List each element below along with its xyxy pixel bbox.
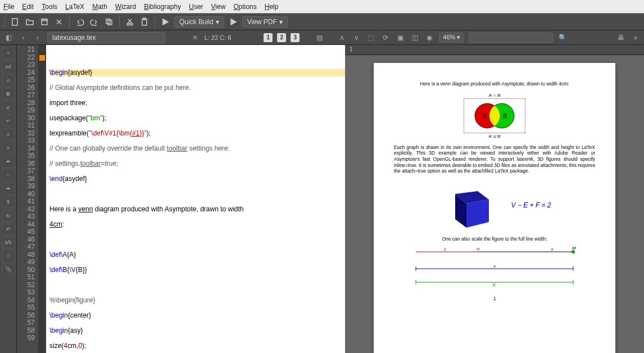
svg-text:x: x (493, 264, 496, 269)
save-icon[interactable] (39, 16, 50, 28)
fold-marker[interactable] (39, 55, 45, 61)
left-tool-panel: + ref A B e ↵ ≡ ≡ ⬅ ↔ ➡ $ x₂ x² a/b √ 📎 (0, 45, 17, 353)
open-file-icon[interactable] (24, 16, 35, 28)
svg-rect-2 (43, 19, 46, 21)
label-button[interactable]: A (2, 74, 15, 87)
svg-text:A: A (482, 113, 487, 119)
pdf-canvas[interactable]: Here is a venn diagram produced with Asy… (345, 55, 644, 353)
menu-latex[interactable]: LaTeX (65, 3, 84, 11)
svg-text:B: B (503, 113, 507, 119)
menu-bibliography[interactable]: Bibliography (144, 3, 181, 11)
nav-back-icon[interactable]: ‹ (18, 33, 28, 43)
clip-button[interactable]: 📎 (2, 263, 15, 275)
menu-tools[interactable]: Tools (42, 3, 57, 11)
file-dropdown[interactable]: latexusage.tex (47, 32, 165, 43)
nav-down-icon[interactable]: ∨ (351, 33, 361, 43)
fit-icon[interactable]: ⬚ (366, 33, 376, 43)
search-input[interactable] (469, 33, 553, 43)
bookmark-list-icon[interactable]: ▤ (314, 33, 324, 43)
info-bar: ◧ ‹ › latexusage.tex ✕ L: 22 C: 6 1 2 3 … (0, 30, 644, 45)
pdf-para-3: One can also scale the figure to the ful… (394, 236, 595, 242)
cube-figure: V − E + F = 2 (394, 180, 595, 230)
svg-point-6 (130, 23, 133, 25)
newline-button[interactable]: ↵ (2, 115, 15, 127)
view-mode-2[interactable]: 2 (277, 33, 286, 42)
part-button[interactable]: + (2, 47, 15, 60)
emph-button[interactable]: e (2, 101, 15, 114)
left-button[interactable]: ⬅ (2, 155, 15, 168)
redo-icon[interactable] (89, 16, 100, 28)
crop-icon[interactable]: ▣ (395, 33, 405, 43)
pdf-page: Here is a venn diagram produced with Asy… (374, 63, 615, 353)
select-icon[interactable]: ◫ (410, 33, 420, 43)
enum-button[interactable]: ≡ (2, 142, 15, 154)
pdf-venn-caption: Here is a venn diagram produced with Asy… (394, 81, 595, 87)
play2-icon[interactable] (228, 16, 239, 28)
quick-build-label: Quick Build (179, 18, 214, 26)
center-button[interactable]: ↔ (2, 169, 15, 181)
collapse-icon[interactable]: » (631, 33, 641, 43)
main-toolbar: Quick Build ▾ View PDF ▾ (0, 13, 644, 30)
svg-text:∧: ∧ (551, 247, 554, 251)
menu-edit[interactable]: Edit (22, 3, 34, 11)
sub-button[interactable]: x₂ (2, 209, 15, 221)
venn-diagram: A ∩ B A B A ∪ B (458, 93, 531, 139)
svg-marker-16 (466, 200, 489, 228)
nav-up-icon[interactable]: ∧ (337, 33, 347, 43)
menu-wizard[interactable]: Wizard (115, 3, 136, 11)
play-icon[interactable] (160, 16, 171, 28)
line-number-gutter: 2122232425262728293031323334353637383940… (17, 45, 38, 353)
menu-help[interactable]: Help (265, 3, 279, 11)
search-icon[interactable]: 🔍 (557, 33, 568, 43)
eye-icon[interactable]: ◉ (424, 33, 434, 43)
cut-icon[interactable] (124, 16, 135, 28)
sup-button[interactable]: x² (2, 223, 15, 235)
view-mode-3[interactable]: 3 (291, 33, 300, 42)
sqrt-button[interactable]: √ (2, 250, 15, 262)
bold-button[interactable]: B (2, 88, 15, 100)
right-button[interactable]: ➡ (2, 182, 15, 194)
view-pdf-label: View PDF (247, 18, 277, 26)
structure-icon[interactable]: ◧ (3, 33, 13, 43)
menu-file[interactable]: File (3, 3, 14, 11)
scale-figure-1: x m M ∧ (410, 246, 579, 259)
menu-math[interactable]: Math (92, 3, 107, 11)
undo-icon[interactable] (74, 16, 85, 28)
paste-icon[interactable] (139, 16, 150, 28)
close-x-icon[interactable]: ✕ (190, 33, 200, 43)
svg-text:X: X (492, 282, 496, 287)
pdf-preview-area: 1 Here is a venn diagram produced with A… (345, 45, 644, 353)
menu-bar: File Edit Tools LaTeX Math Wizard Biblio… (0, 0, 644, 13)
view-pdf-button[interactable]: View PDF ▾ (242, 16, 288, 28)
close-icon[interactable] (53, 16, 65, 28)
euler-formula: V − E + F = 2 (511, 201, 551, 209)
cursor-position: L: 22 C: 6 (205, 34, 232, 41)
code-editor[interactable]: \begin{asydef} // Global Asymptote defin… (46, 45, 345, 353)
rotate-cw-icon[interactable]: ⟳ (380, 33, 391, 43)
menu-user[interactable]: User (189, 3, 203, 11)
frac-button[interactable]: a/b (2, 236, 15, 248)
ref-button[interactable]: ref (2, 61, 15, 73)
print-icon[interactable]: 🖶 (616, 33, 626, 43)
pdf-para-2: Each graph is drawn in its own environme… (394, 144, 595, 174)
filename-label: latexusage.tex (52, 34, 96, 42)
menu-options[interactable]: Options (233, 3, 256, 11)
nav-forward-icon[interactable]: › (33, 33, 43, 43)
scale-figure-2: x (410, 263, 579, 273)
scale-figure-3: X (410, 278, 579, 288)
svg-point-5 (127, 23, 129, 25)
svg-text:m: m (477, 247, 480, 251)
menu-view[interactable]: View (211, 3, 226, 11)
quick-build-button[interactable]: Quick Build ▾ (174, 16, 224, 28)
dollar-button[interactable]: $ (2, 196, 15, 208)
new-file-icon[interactable] (10, 16, 21, 28)
item-button[interactable]: ≡ (2, 128, 15, 141)
zoom-dropdown[interactable]: 46% ▾ (439, 33, 464, 42)
svg-text:M: M (572, 246, 576, 251)
copy-icon[interactable] (103, 16, 115, 28)
pdf-page-header: 1 (345, 45, 644, 55)
view-mode-1[interactable]: 1 (264, 33, 273, 42)
page-number: 1 (394, 296, 595, 302)
svg-text:x: x (443, 247, 447, 252)
svg-rect-0 (12, 19, 17, 25)
